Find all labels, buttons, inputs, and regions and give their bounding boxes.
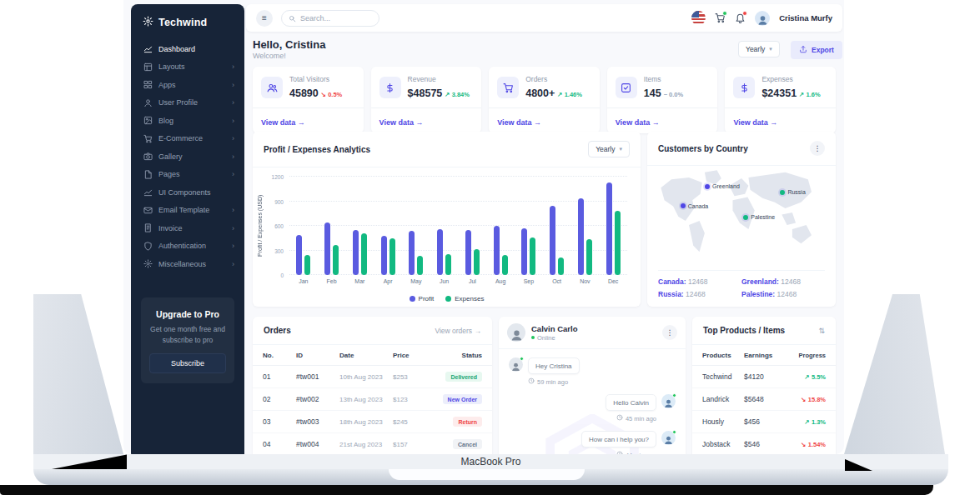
profit-bar: [578, 198, 584, 275]
expenses-bar: [333, 245, 339, 275]
stat-text: Revenue$48575↗ 3.84%: [408, 75, 470, 100]
subscribe-button[interactable]: Subscribe: [149, 353, 226, 373]
search-input[interactable]: [300, 14, 367, 22]
y-tick-label: 600: [274, 223, 284, 229]
x-tick-label: Oct: [543, 278, 571, 284]
sidebar-item-label: Dashboard: [158, 45, 195, 53]
marker-label: Russia: [787, 189, 805, 195]
view-orders-link[interactable]: View orders →: [435, 327, 481, 335]
dashboard-icon: [143, 44, 153, 53]
search-box[interactable]: [281, 10, 379, 27]
stat-footer: View data →: [371, 108, 482, 133]
pages-icon: [143, 170, 153, 179]
user-avatar[interactable]: [755, 11, 770, 26]
sidebar-item-blog[interactable]: Blog›: [131, 112, 244, 130]
view-data-link[interactable]: View data →: [261, 118, 305, 127]
country-stat-palestine: Palestine: 12468: [741, 290, 825, 298]
miscellaneous-icon: [143, 259, 153, 268]
bar-group-sep: [515, 177, 543, 275]
expenses-bar: [389, 238, 395, 275]
box-icon: [616, 77, 637, 98]
period-select[interactable]: Yearly ▾: [738, 41, 780, 58]
x-tick-label: Apr: [374, 278, 402, 284]
products-column-products: Products: [702, 352, 744, 359]
notifications-bell-icon[interactable]: [735, 12, 746, 23]
bar-group-jan: [289, 177, 318, 275]
sidebar-item-layouts[interactable]: Layouts›: [131, 58, 244, 77]
chat-contact-name: Calvin Carlo: [531, 324, 577, 333]
stat-value: $48575: [408, 88, 443, 99]
chevron-right-icon: ›: [232, 98, 234, 107]
stat-value-row: $24351↗ 1.6%: [761, 85, 820, 100]
chat-header: Calvin Carlo Online ⋮: [499, 317, 686, 349]
chevron-right-icon: ›: [232, 242, 234, 250]
presence-dot: [672, 393, 676, 398]
sidebar: Techwind DashboardLayouts›Apps›User Prof…: [131, 4, 244, 454]
view-orders-label: View orders: [435, 327, 472, 335]
sidebar-item-pages[interactable]: Pages›: [131, 166, 244, 184]
chat-card: Calvin Carlo Online ⋮ Hey Cristina59 min…: [499, 317, 686, 454]
stat-label: Total Visitors: [289, 75, 342, 83]
sidebar-item-label: Authentication: [158, 242, 206, 250]
sidebar-item-ui-components[interactable]: UI Components: [131, 183, 244, 202]
language-flag-icon[interactable]: [691, 11, 706, 25]
legend-label: Expenses: [455, 295, 484, 302]
order-price: $123: [393, 396, 428, 403]
order-id: #tw004: [296, 440, 339, 448]
brand-name: Techwind: [158, 17, 207, 28]
export-button[interactable]: Export: [791, 41, 842, 59]
legend-profit[interactable]: Profit: [410, 295, 435, 302]
product-name: Techwind: [702, 372, 744, 381]
sidebar-item-dashboard[interactable]: Dashboard: [131, 40, 244, 58]
bar-group-apr: [374, 177, 402, 275]
sidebar-item-gallery[interactable]: Gallery›: [131, 148, 244, 166]
gallery-icon: [143, 152, 153, 161]
sidebar-item-apps[interactable]: Apps›: [131, 76, 244, 94]
kebab-menu-icon[interactable]: ⋮: [810, 141, 825, 156]
product-earnings: $456: [744, 418, 787, 426]
x-tick-label: Feb: [318, 278, 346, 284]
menu-toggle-button[interactable]: ≡: [256, 10, 273, 27]
x-tick-label: May: [402, 278, 430, 284]
expenses-bar: [558, 258, 564, 275]
legend-expenses[interactable]: Expenses: [445, 295, 484, 302]
stat-card-total-visitors: Total Visitors45890↘ 0.5%View data →: [253, 67, 364, 133]
view-data-link[interactable]: View data →: [733, 118, 777, 127]
online-dot: [531, 336, 535, 339]
sidebar-item-authentication[interactable]: Authentication›: [131, 238, 244, 256]
profit-bar: [324, 222, 330, 275]
view-data-link[interactable]: View data →: [379, 118, 424, 127]
chart-bars: [289, 177, 627, 275]
cart-icon[interactable]: [715, 12, 726, 23]
sort-icon[interactable]: ⇅: [818, 327, 825, 335]
stat-delta: ↗ 1.6%: [799, 91, 820, 98]
view-data-link[interactable]: View data →: [497, 118, 541, 127]
sidebar-item-invoice[interactable]: Invoice›: [131, 219, 244, 238]
products-header: Top Products / Items ⇅: [692, 317, 836, 345]
sidebar-item-label: Layouts: [158, 62, 185, 71]
expenses-bar: [304, 255, 310, 275]
customers-card: Customers by Country ⋮ Can: [647, 132, 836, 307]
profit-bar: [494, 226, 500, 275]
brand-logo[interactable]: Techwind: [131, 4, 244, 40]
marker-dot: [743, 215, 748, 220]
kebab-menu-icon[interactable]: ⋮: [662, 325, 677, 340]
sidebar-item-label: Pages: [158, 170, 180, 178]
cart-status-dot: [722, 11, 727, 16]
stat-delta: ↗ 1.46%: [557, 91, 582, 98]
x-tick-label: Sep: [515, 278, 543, 284]
order-price: $157: [393, 441, 428, 448]
sidebar-item-miscellaneous[interactable]: Miscellaneous›: [131, 255, 244, 273]
chat-message-right: How can i help you?: [509, 431, 676, 448]
view-data-link[interactable]: View data →: [616, 118, 660, 127]
sidebar-item-email-template[interactable]: Email Template›: [131, 202, 244, 220]
stat-card-top: Total Visitors45890↘ 0.5%: [253, 67, 364, 108]
stat-value: 145: [644, 88, 661, 99]
export-label: Export: [812, 46, 834, 54]
chart-period-select[interactable]: Yearly ▾: [588, 141, 630, 158]
sidebar-item-user-profile[interactable]: User Profile›: [131, 94, 244, 112]
stat-delta: ↗ 3.84%: [445, 91, 470, 98]
laptop-right-side: [844, 294, 945, 454]
profit-bar: [465, 230, 471, 275]
sidebar-item-e-commerce[interactable]: E-Commerce›: [131, 130, 244, 148]
